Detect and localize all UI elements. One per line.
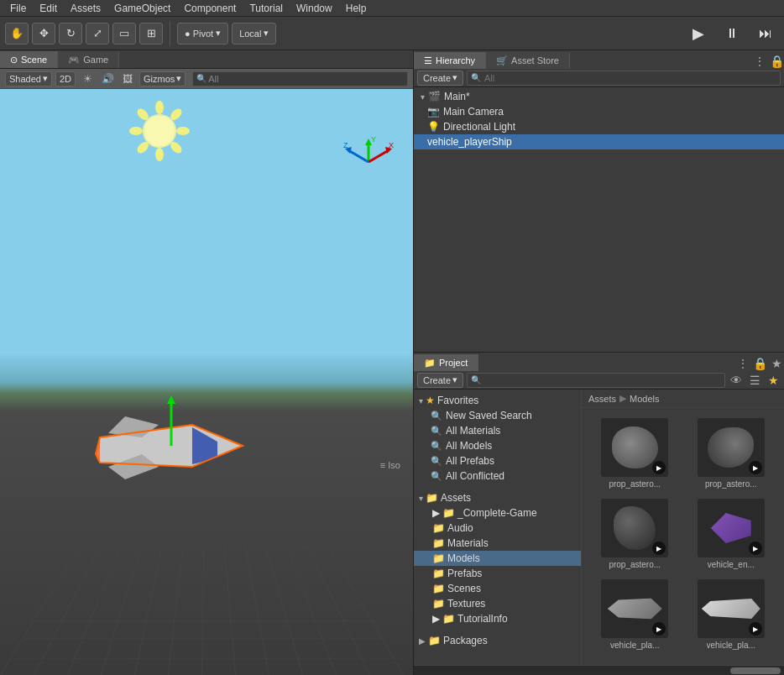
menu-component[interactable]: Component	[177, 0, 243, 17]
rotate-tool-btn[interactable]: ↻	[59, 23, 82, 44]
fav-item-all-materials[interactable]: 🔍 All Materials	[414, 423, 581, 438]
pause-btn[interactable]: ⏸	[719, 20, 745, 47]
asteroid1-play-btn[interactable]: ▶	[652, 461, 666, 474]
menu-assets[interactable]: Assets	[64, 0, 107, 17]
asset-thumb-asteroid1: ▶	[601, 418, 668, 477]
tree-item-audio[interactable]: 📁 Audio	[414, 521, 581, 536]
project-icon: 📁	[424, 356, 436, 369]
asset-thumb-vehicle-pla2: ▶	[698, 579, 765, 638]
scenes-folder-icon: 📁	[432, 583, 445, 594]
tree-item-materials[interactable]: 📁 Materials	[414, 536, 581, 551]
tree-item-models[interactable]: 📁 Models	[414, 551, 581, 566]
tree-item-tutorial[interactable]: ▶ 📁 TutorialInfo	[414, 611, 581, 626]
tree-item-prefabs[interactable]: 📁 Prefabs	[414, 566, 581, 581]
menu-file[interactable]: File	[3, 0, 33, 17]
ship-label: vehicle_playerShip	[427, 136, 512, 148]
fav-item-all-prefabs[interactable]: 🔍 All Prefabs	[414, 453, 581, 468]
menu-edit[interactable]: Edit	[33, 0, 64, 17]
scene-icon: 🎬	[428, 91, 441, 102]
grid-overlay	[0, 547, 413, 675]
hierarchy-search-input[interactable]	[481, 71, 776, 86]
project-scrollbar[interactable]	[414, 665, 784, 675]
asset-item-vehicle-pla1[interactable]: ▶ vehicle_pla...	[588, 576, 682, 653]
local-btn[interactable]: Local ▾	[232, 23, 276, 44]
project-search-input[interactable]	[481, 373, 721, 388]
asset-item-asteroid3[interactable]: ▶ prop_astero...	[588, 495, 682, 573]
assets-folder-icon: 📁	[426, 492, 438, 504]
hierarchy-menu-btn[interactable]: ⋮	[752, 54, 767, 69]
favorites-header[interactable]: ▾ ★ Favorites	[414, 393, 581, 408]
fav-item-all-conflicted[interactable]: 🔍 All Conflicted	[414, 468, 581, 484]
asset-thumb-asteroid3: ▶	[601, 499, 668, 557]
vehicle-pla2-play-btn[interactable]: ▶	[749, 622, 762, 636]
step-btn[interactable]: ⏭	[752, 20, 779, 47]
move-tool-btn[interactable]: ✥	[32, 23, 55, 44]
hand-tool-btn[interactable]: ✋	[5, 23, 29, 44]
asteroid2-play-btn[interactable]: ▶	[749, 461, 762, 474]
twod-btn[interactable]: 2D	[55, 71, 76, 86]
svg-point-1	[155, 101, 164, 114]
vehicle-en-play-btn[interactable]: ▶	[749, 542, 762, 555]
menu-gameobject[interactable]: GameObject	[107, 0, 177, 17]
hierarchy-create-btn[interactable]: Create ▾	[417, 71, 463, 86]
fav-item-all-models[interactable]: 🔍 All Models	[414, 438, 581, 453]
gizmos-dropdown[interactable]: Gizmos ▾	[139, 71, 186, 86]
tab-asset-store[interactable]: 🛒 Asset Store	[486, 52, 570, 69]
tree-item-textures[interactable]: 📁 Textures	[414, 596, 581, 611]
hierarchy-item-ship[interactable]: vehicle_playerShip	[414, 134, 784, 149]
game-tab-label: Game	[83, 53, 108, 66]
asset-item-vehicle-en[interactable]: ▶ vehicle_en...	[685, 495, 778, 573]
textures-folder-icon: 📁	[432, 598, 445, 610]
main-scene-label: Main*	[444, 91, 470, 102]
scrollbar-thumb[interactable]	[730, 667, 781, 674]
rect-tool-btn[interactable]: ▭	[112, 23, 136, 44]
hierarchy-item-camera[interactable]: 📷 Main Camera	[414, 104, 784, 119]
scale-tool-btn[interactable]: ⤢	[86, 23, 109, 44]
hierarchy-item-light[interactable]: 💡 Directional Light	[414, 119, 784, 134]
right-panel: ☰ Hierarchy 🛒 Asset Store ⋮ 🔒 Create ▾	[414, 50, 784, 675]
vehicle-pla1-play-btn[interactable]: ▶	[652, 622, 666, 636]
audio-btn[interactable]: 🔊	[99, 71, 116, 87]
packages-label: Packages	[443, 635, 488, 646]
menu-tutorial[interactable]: Tutorial	[243, 0, 290, 17]
gizmo-container[interactable]: Y X Z	[342, 135, 396, 190]
scene-viewport[interactable]: Y X Z ≡ Iso	[0, 89, 413, 675]
asset-item-asteroid1[interactable]: ▶ prop_astero...	[588, 415, 682, 492]
project-list-btn[interactable]: ☰	[747, 373, 762, 388]
project-star-btn[interactable]: ★	[769, 356, 784, 371]
svg-point-7	[129, 127, 143, 135]
menu-help[interactable]: Help	[339, 0, 374, 17]
project-lock-btn[interactable]: 🔒	[752, 356, 767, 371]
shaded-dropdown[interactable]: Shaded ▾	[5, 71, 52, 86]
project-menu-btn[interactable]: ⋮	[735, 356, 750, 371]
tab-hierarchy[interactable]: ☰ Hierarchy	[414, 52, 486, 69]
transform-tool-btn[interactable]: ⊞	[139, 23, 163, 44]
game-tab-icon: 🎮	[68, 53, 80, 66]
hierarchy-lock-btn[interactable]: 🔒	[769, 54, 784, 69]
tab-scene[interactable]: ⊙ Scene	[0, 51, 58, 68]
project-fav-btn[interactable]: ★	[766, 373, 781, 388]
tab-project[interactable]: 📁 Project	[414, 354, 478, 371]
pivot-dot: ●	[185, 29, 191, 39]
menu-window[interactable]: Window	[290, 0, 339, 17]
all-prefabs-label: All Prefabs	[446, 455, 494, 467]
asset-item-vehicle-pla2[interactable]: ▶ vehicle_pla...	[685, 576, 778, 653]
asteroid3-play-btn[interactable]: ▶	[652, 542, 666, 555]
fav-item-saved-search[interactable]: 🔍 New Saved Search	[414, 408, 581, 423]
pivot-btn[interactable]: ● Pivot ▾	[177, 23, 228, 44]
tutorial-fold-icon: ▶	[432, 613, 440, 625]
play-btn[interactable]: ▶	[685, 20, 712, 47]
project-sidebar: ▾ ★ Favorites 🔍 New Saved Search 🔍 All M…	[414, 390, 582, 665]
hierarchy-item-main[interactable]: ▾ 🎬 Main*	[414, 89, 784, 104]
packages-header[interactable]: ▶ 📁 Packages	[414, 633, 581, 648]
tree-item-complete-game[interactable]: ▶ 📁 _Complete-Game	[414, 505, 581, 521]
project-create-btn[interactable]: Create ▾	[417, 373, 463, 388]
saved-search-icon: 🔍	[431, 411, 442, 421]
tab-game[interactable]: 🎮 Game	[58, 51, 119, 68]
tree-item-scenes[interactable]: 📁 Scenes	[414, 581, 581, 596]
asset-item-asteroid2[interactable]: ▶ prop_astero...	[685, 415, 778, 492]
assets-header[interactable]: ▾ 📁 Assets	[414, 490, 581, 505]
effects-btn[interactable]: 🖼	[119, 71, 136, 87]
project-eye-btn[interactable]: 👁	[729, 373, 744, 388]
lights-btn[interactable]: ☀	[79, 71, 96, 87]
